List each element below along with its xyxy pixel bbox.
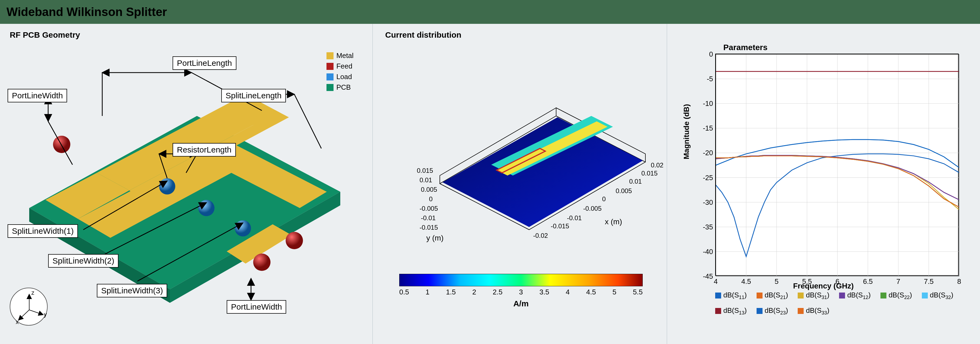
svg-text:0.01: 0.01 xyxy=(420,176,432,184)
svg-text:-0.005: -0.005 xyxy=(583,205,601,212)
svg-text:0: 0 xyxy=(602,195,606,203)
chart-ytick: -20 xyxy=(703,149,716,157)
colorbar-tick: 0.5 xyxy=(399,288,409,296)
label-split-line-width-1: SplitLineWidth(1) xyxy=(8,224,78,238)
label-port-line-width-2: PortLineWidth xyxy=(227,300,286,314)
legend-item: PCB xyxy=(326,82,353,93)
chart-legend-item: dB(S32) xyxy=(922,291,953,301)
chart-plot-area: 0-5-10-15-20-25-30-35-40-4544.555.566.57… xyxy=(715,54,959,276)
chart-ytick: -30 xyxy=(703,198,716,206)
colorbar-tick: 5 xyxy=(612,288,616,296)
dist-svg: -0.02 -0.015 -0.01 -0.005 0 0.005 0.01 0… xyxy=(378,51,667,257)
chart-legend-item: dB(S22) xyxy=(880,291,912,301)
panel-parameters: Parameters Magnitude (dB) 0-5-10-15-20-2… xyxy=(672,24,975,344)
colorbar-tick: 1 xyxy=(425,288,429,296)
label-resistor-length: ResistorLength xyxy=(173,143,236,157)
chart-wrap: Parameters Magnitude (dB) 0-5-10-15-20-2… xyxy=(680,43,967,314)
feed-port-3 xyxy=(253,254,270,271)
chart-ytick: -10 xyxy=(703,99,716,108)
dist-stage: -0.02 -0.015 -0.01 -0.005 0 0.005 0.01 0… xyxy=(378,43,667,335)
colorbar-label: A/m xyxy=(399,299,643,308)
load-2 xyxy=(198,200,215,216)
svg-text:-0.02: -0.02 xyxy=(533,232,548,239)
colorbar-tick: 2.5 xyxy=(493,288,503,296)
panel-geometry: RF PCB Geometry xyxy=(2,24,373,344)
svg-line-16 xyxy=(29,310,43,315)
page-title: Wideband Wilkinson Splitter xyxy=(0,0,980,24)
chart-ytick: -35 xyxy=(703,222,716,231)
axis-x-label: x xyxy=(16,318,19,325)
dist-ylabel: y (m) xyxy=(426,234,444,242)
panel-current-title: Current distribution xyxy=(378,24,667,42)
geometry-legend: MetalFeedLoadPCB xyxy=(326,50,353,93)
geometry-svg xyxy=(2,40,373,333)
axis-gizmo: z y x xyxy=(10,288,48,326)
chart-svg xyxy=(716,54,959,276)
colorbar-tick: 2 xyxy=(472,288,476,296)
chart-title: Parameters xyxy=(723,43,967,52)
chart-legend-item: dB(S23) xyxy=(757,306,788,316)
chart-ylabel: Magnitude (dB) xyxy=(682,104,691,159)
panel-current-dist: Current distribution xyxy=(378,24,667,344)
colorbar-gradient xyxy=(399,274,643,286)
svg-text:0: 0 xyxy=(429,195,433,203)
chart-ytick: -15 xyxy=(703,124,716,133)
geometry-stage: PortLineWidth PortLineLength SplitLineLe… xyxy=(2,40,372,333)
colorbar-ticks: 0.511.522.533.544.555.5 xyxy=(399,288,643,296)
chart-legend-item: dB(S11) xyxy=(715,291,747,301)
svg-text:0.005: 0.005 xyxy=(616,187,632,195)
chart-legend: dB(S11)dB(S21)dB(S31)dB(S12)dB(S22)dB(S3… xyxy=(715,291,967,316)
legend-item: Feed xyxy=(326,61,353,72)
chart-legend-item: dB(S21) xyxy=(757,291,788,301)
axis-z-label: z xyxy=(31,289,34,296)
svg-line-17 xyxy=(18,310,29,320)
feed-port-1 xyxy=(53,136,70,153)
load-1 xyxy=(159,178,175,195)
colorbar: 0.511.522.533.544.555.5 A/m xyxy=(399,274,643,308)
svg-text:-0.01: -0.01 xyxy=(421,214,436,222)
axis-y-label: y xyxy=(44,311,47,318)
feed-port-2 xyxy=(286,232,303,249)
svg-text:0.015: 0.015 xyxy=(641,170,657,177)
svg-text:0.005: 0.005 xyxy=(421,186,437,193)
page-title-text: Wideband Wilkinson Splitter xyxy=(6,5,167,19)
label-split-line-width-2: SplitLineWidth(2) xyxy=(48,254,118,267)
label-port-line-width: PortLineWidth xyxy=(8,89,67,102)
label-port-line-length: PortLineLength xyxy=(173,56,236,70)
panels-row: RF PCB Geometry xyxy=(0,24,980,344)
legend-item: Load xyxy=(326,72,353,82)
colorbar-tick: 3.5 xyxy=(539,288,549,296)
colorbar-tick: 4 xyxy=(566,288,570,296)
chart-ytick: 0 xyxy=(709,50,716,59)
load-3 xyxy=(235,220,251,237)
colorbar-tick: 4.5 xyxy=(586,288,596,296)
chart-ytick: -5 xyxy=(707,75,716,83)
chart-xlabel: Frequency (GHz) xyxy=(680,282,967,290)
panel-geometry-title: RF PCB Geometry xyxy=(2,24,372,42)
colorbar-tick: 1.5 xyxy=(446,288,456,296)
svg-text:-0.015: -0.015 xyxy=(420,224,438,231)
svg-text:-0.01: -0.01 xyxy=(567,214,582,222)
svg-text:-0.015: -0.015 xyxy=(551,222,569,230)
chart-legend-item: dB(S12) xyxy=(839,291,871,301)
chart-legend-item: dB(S33) xyxy=(798,306,829,316)
legend-item: Metal xyxy=(326,50,353,61)
label-split-line-length: SplitLineLength xyxy=(221,89,286,102)
dist-y-ticks: 0.015 0.01 0.005 0 -0.005 -0.01 -0.015 xyxy=(417,167,438,231)
svg-text:0.015: 0.015 xyxy=(417,167,433,174)
chart-legend-item: dB(S13) xyxy=(715,306,747,316)
svg-text:-0.005: -0.005 xyxy=(420,205,438,212)
chart-ytick: -40 xyxy=(703,247,716,256)
field-plate xyxy=(442,117,643,227)
dist-xlabel: x (m) xyxy=(605,218,622,226)
colorbar-tick: 3 xyxy=(519,288,523,296)
chart-ytick: -25 xyxy=(703,173,716,182)
label-split-line-width-3: SplitLineWidth(3) xyxy=(97,284,167,298)
svg-text:0.01: 0.01 xyxy=(629,178,642,185)
chart-legend-item: dB(S31) xyxy=(798,291,829,301)
svg-text:0.02: 0.02 xyxy=(651,162,663,169)
colorbar-tick: 5.5 xyxy=(633,288,643,296)
